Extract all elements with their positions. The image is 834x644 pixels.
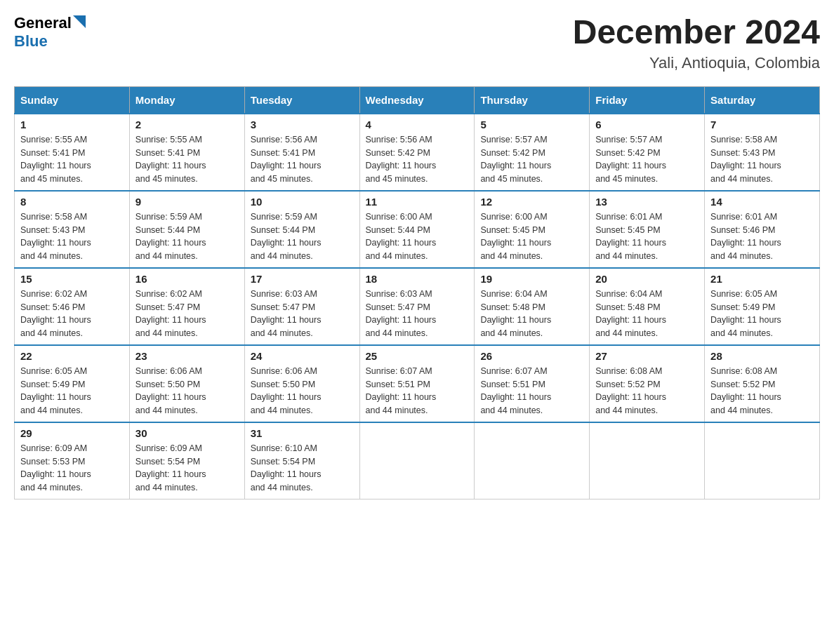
calendar-cell: 9 Sunrise: 5:59 AMSunset: 5:44 PMDayligh…	[129, 191, 244, 268]
day-info: Sunrise: 6:07 AMSunset: 5:51 PMDaylight:…	[480, 366, 551, 415]
day-info: Sunrise: 6:08 AMSunset: 5:52 PMDaylight:…	[710, 366, 781, 415]
day-number: 6	[595, 119, 699, 130]
calendar-cell: 28 Sunrise: 6:08 AMSunset: 5:52 PMDaylig…	[705, 345, 820, 422]
day-info: Sunrise: 5:57 AMSunset: 5:42 PMDaylight:…	[595, 135, 666, 184]
day-info: Sunrise: 5:56 AMSunset: 5:41 PMDaylight:…	[251, 135, 322, 184]
day-number: 14	[710, 196, 814, 208]
calendar-cell	[359, 422, 475, 499]
day-number: 13	[595, 196, 699, 208]
day-number: 21	[710, 273, 814, 285]
calendar-cell: 21 Sunrise: 6:05 AMSunset: 5:49 PMDaylig…	[705, 268, 820, 345]
day-info: Sunrise: 6:00 AMSunset: 5:44 PMDaylight:…	[366, 212, 437, 261]
day-number: 27	[595, 350, 699, 362]
calendar-cell: 27 Sunrise: 6:08 AMSunset: 5:52 PMDaylig…	[590, 345, 705, 422]
day-number: 20	[595, 273, 699, 285]
day-number: 18	[366, 273, 469, 285]
calendar-cell: 18 Sunrise: 6:03 AMSunset: 5:47 PMDaylig…	[359, 268, 475, 345]
calendar-cell: 30 Sunrise: 6:09 AMSunset: 5:54 PMDaylig…	[129, 422, 244, 499]
calendar-header-sunday: Sunday	[15, 86, 130, 114]
day-number: 9	[135, 196, 239, 208]
day-number: 26	[480, 350, 583, 362]
day-info: Sunrise: 5:55 AMSunset: 5:41 PMDaylight:…	[135, 135, 206, 184]
day-info: Sunrise: 6:10 AMSunset: 5:54 PMDaylight:…	[251, 443, 322, 492]
month-year-title: December 2024	[573, 14, 820, 51]
calendar-cell: 29 Sunrise: 6:09 AMSunset: 5:53 PMDaylig…	[15, 422, 130, 499]
day-number: 23	[135, 350, 239, 362]
calendar-cell: 6 Sunrise: 5:57 AMSunset: 5:42 PMDayligh…	[590, 114, 705, 191]
day-number: 19	[480, 273, 583, 285]
day-number: 3	[251, 119, 354, 130]
calendar-week-row: 15 Sunrise: 6:02 AMSunset: 5:46 PMDaylig…	[15, 268, 820, 345]
calendar-cell: 26 Sunrise: 6:07 AMSunset: 5:51 PMDaylig…	[475, 345, 590, 422]
day-info: Sunrise: 5:56 AMSunset: 5:42 PMDaylight:…	[366, 135, 437, 184]
calendar-cell: 23 Sunrise: 6:06 AMSunset: 5:50 PMDaylig…	[129, 345, 244, 422]
calendar-header-wednesday: Wednesday	[359, 86, 475, 114]
day-number: 28	[710, 350, 814, 362]
calendar-cell: 17 Sunrise: 6:03 AMSunset: 5:47 PMDaylig…	[244, 268, 359, 345]
calendar-cell	[705, 422, 820, 499]
svg-marker-0	[73, 15, 86, 28]
logo-general-text: General	[14, 14, 72, 32]
day-info: Sunrise: 5:58 AMSunset: 5:43 PMDaylight:…	[20, 212, 91, 261]
day-info: Sunrise: 6:01 AMSunset: 5:46 PMDaylight:…	[710, 212, 781, 261]
calendar-cell: 5 Sunrise: 5:57 AMSunset: 5:42 PMDayligh…	[475, 114, 590, 191]
day-number: 16	[135, 273, 239, 285]
calendar-cell: 15 Sunrise: 6:02 AMSunset: 5:46 PMDaylig…	[15, 268, 130, 345]
calendar-cell: 13 Sunrise: 6:01 AMSunset: 5:45 PMDaylig…	[590, 191, 705, 268]
calendar-week-row: 8 Sunrise: 5:58 AMSunset: 5:43 PMDayligh…	[15, 191, 820, 268]
calendar-week-row: 1 Sunrise: 5:55 AMSunset: 5:41 PMDayligh…	[15, 114, 820, 191]
day-info: Sunrise: 6:09 AMSunset: 5:53 PMDaylight:…	[20, 443, 91, 492]
day-number: 2	[135, 119, 239, 130]
logo-blue-text: Blue	[14, 32, 48, 50]
calendar-cell: 10 Sunrise: 5:59 AMSunset: 5:44 PMDaylig…	[244, 191, 359, 268]
day-number: 22	[20, 350, 124, 362]
calendar-cell: 8 Sunrise: 5:58 AMSunset: 5:43 PMDayligh…	[15, 191, 130, 268]
day-number: 24	[251, 350, 354, 362]
calendar-cell: 16 Sunrise: 6:02 AMSunset: 5:47 PMDaylig…	[129, 268, 244, 345]
day-info: Sunrise: 6:04 AMSunset: 5:48 PMDaylight:…	[595, 289, 666, 338]
calendar-cell: 20 Sunrise: 6:04 AMSunset: 5:48 PMDaylig…	[590, 268, 705, 345]
day-info: Sunrise: 6:01 AMSunset: 5:45 PMDaylight:…	[595, 212, 666, 261]
calendar-cell: 25 Sunrise: 6:07 AMSunset: 5:51 PMDaylig…	[359, 345, 475, 422]
day-info: Sunrise: 6:09 AMSunset: 5:54 PMDaylight:…	[135, 443, 206, 492]
calendar-cell: 7 Sunrise: 5:58 AMSunset: 5:43 PMDayligh…	[705, 114, 820, 191]
calendar-cell: 11 Sunrise: 6:00 AMSunset: 5:44 PMDaylig…	[359, 191, 475, 268]
day-number: 1	[20, 119, 124, 130]
day-number: 25	[366, 350, 469, 362]
day-info: Sunrise: 5:55 AMSunset: 5:41 PMDaylight:…	[20, 135, 91, 184]
calendar-cell: 22 Sunrise: 6:05 AMSunset: 5:49 PMDaylig…	[15, 345, 130, 422]
day-number: 12	[480, 196, 583, 208]
calendar-cell: 19 Sunrise: 6:04 AMSunset: 5:48 PMDaylig…	[475, 268, 590, 345]
day-number: 31	[251, 427, 354, 439]
calendar-week-row: 29 Sunrise: 6:09 AMSunset: 5:53 PMDaylig…	[15, 422, 820, 499]
location-subtitle: Yali, Antioquia, Colombia	[573, 54, 820, 72]
logo: General Blue	[14, 14, 86, 51]
calendar-cell: 14 Sunrise: 6:01 AMSunset: 5:46 PMDaylig…	[705, 191, 820, 268]
day-number: 30	[135, 427, 239, 439]
calendar-header-tuesday: Tuesday	[244, 86, 359, 114]
day-info: Sunrise: 6:06 AMSunset: 5:50 PMDaylight:…	[135, 366, 206, 415]
day-info: Sunrise: 6:04 AMSunset: 5:48 PMDaylight:…	[480, 289, 551, 338]
day-info: Sunrise: 5:58 AMSunset: 5:43 PMDaylight:…	[710, 135, 781, 184]
day-number: 17	[251, 273, 354, 285]
day-info: Sunrise: 5:59 AMSunset: 5:44 PMDaylight:…	[135, 212, 206, 261]
day-number: 11	[366, 196, 469, 208]
calendar-cell: 24 Sunrise: 6:06 AMSunset: 5:50 PMDaylig…	[244, 345, 359, 422]
calendar-cell: 31 Sunrise: 6:10 AMSunset: 5:54 PMDaylig…	[244, 422, 359, 499]
day-info: Sunrise: 6:08 AMSunset: 5:52 PMDaylight:…	[595, 366, 666, 415]
day-info: Sunrise: 6:06 AMSunset: 5:50 PMDaylight:…	[251, 366, 322, 415]
day-info: Sunrise: 5:59 AMSunset: 5:44 PMDaylight:…	[251, 212, 322, 261]
day-info: Sunrise: 6:03 AMSunset: 5:47 PMDaylight:…	[366, 289, 437, 338]
calendar-header-row: SundayMondayTuesdayWednesdayThursdayFrid…	[15, 86, 820, 114]
calendar-header-monday: Monday	[129, 86, 244, 114]
calendar-table: SundayMondayTuesdayWednesdayThursdayFrid…	[14, 86, 820, 499]
day-info: Sunrise: 6:07 AMSunset: 5:51 PMDaylight:…	[366, 366, 437, 415]
day-number: 29	[20, 427, 124, 439]
calendar-cell: 12 Sunrise: 6:00 AMSunset: 5:45 PMDaylig…	[475, 191, 590, 268]
calendar-week-row: 22 Sunrise: 6:05 AMSunset: 5:49 PMDaylig…	[15, 345, 820, 422]
day-info: Sunrise: 6:02 AMSunset: 5:47 PMDaylight:…	[135, 289, 206, 338]
day-number: 15	[20, 273, 124, 285]
logo-triangle-icon	[73, 15, 86, 28]
day-info: Sunrise: 6:03 AMSunset: 5:47 PMDaylight:…	[251, 289, 322, 338]
calendar-header-saturday: Saturday	[705, 86, 820, 114]
